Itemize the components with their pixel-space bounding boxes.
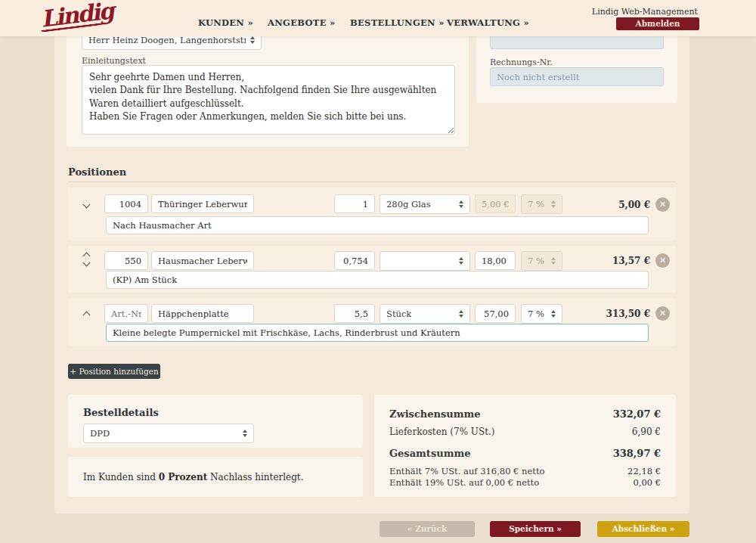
grand-total-label: Gesamtsumme	[389, 448, 470, 459]
nav-bestellungen[interactable]: BESTELLUNGEN »	[350, 17, 445, 28]
move-up-icon[interactable]	[83, 250, 90, 257]
description-input[interactable]	[106, 216, 649, 234]
invoice-panel: Rechnungs-Nr.	[476, 27, 677, 103]
price-input[interactable]	[475, 251, 516, 270]
vat-select-value: 7 %	[528, 256, 544, 266]
quantity-input[interactable]	[334, 251, 375, 270]
intro-panel: Herr Heinz Doogen, Langenhorststr. 6, 98…	[67, 27, 469, 147]
vat-select-value: 7 %	[528, 199, 544, 209]
select-updown-icon	[547, 200, 556, 208]
lindig-logo[interactable]: Lindig	[39, 0, 114, 33]
nav-verwaltung[interactable]: VERWALTUNG »	[447, 17, 529, 28]
unit-select[interactable]	[380, 251, 470, 271]
save-button[interactable]: Speichern »	[490, 521, 581, 537]
position-row: 280g Glas 7 % 5,00 € ✕	[68, 188, 676, 240]
select-updown-icon	[238, 430, 247, 437]
vat-select-value: 7 %	[528, 309, 544, 319]
select-updown-icon	[454, 257, 463, 265]
discount-note: Im Kunden sind 0 Prozent Nachlass hinter…	[83, 472, 304, 482]
shipping-cost-row: Lieferkosten (7% USt.) 6,90 €	[389, 427, 661, 437]
positions-heading: Positionen	[68, 166, 126, 178]
shipping-cost-value: 6,90 €	[632, 427, 661, 437]
invoice-label: Rechnungs-Nr.	[490, 57, 553, 67]
select-updown-icon	[547, 310, 556, 318]
price-input[interactable]	[475, 304, 516, 323]
customer-select-value: Herr Heinz Doogen, Langenhorststr. 6, 98…	[88, 35, 246, 45]
order-form-container: Herr Heinz Doogen, Langenhorststr. 6, 98…	[54, 24, 689, 514]
select-updown-icon	[454, 310, 463, 318]
move-down-icon[interactable]	[83, 201, 90, 208]
back-button[interactable]: « Zurück	[380, 521, 475, 537]
description-input[interactable]	[106, 271, 649, 289]
move-down-icon[interactable]	[83, 259, 90, 266]
select-updown-icon	[246, 36, 255, 44]
remove-row-icon[interactable]: ✕	[655, 253, 670, 268]
product-name-input[interactable]	[151, 304, 254, 323]
artnr-input[interactable]	[104, 194, 148, 213]
invoice-number-field	[490, 67, 664, 86]
description-input[interactable]	[106, 324, 649, 342]
discount-note-value: 0 Prozent	[159, 472, 208, 482]
intro-textarea[interactable]	[82, 65, 455, 135]
grand-total-value: 338,97 €	[613, 448, 661, 459]
shipping-select-value: DPD	[90, 428, 110, 439]
row-total: 5,00 €	[559, 200, 650, 210]
finish-button[interactable]: Abschließen »	[597, 521, 689, 537]
select-updown-icon	[454, 200, 463, 208]
discount-note-prefix: Im Kunden sind	[83, 472, 159, 482]
vat19-value: 0,00 €	[633, 477, 661, 488]
nav-angebote[interactable]: ANGEBOTE »	[268, 17, 336, 28]
nav-kunden[interactable]: KUNDEN »	[198, 17, 253, 28]
vat7-label: Enthält 7% USt. auf 316,80 € netto	[389, 466, 544, 476]
subtotal-label: Zwischensumme	[389, 408, 481, 420]
move-up-icon[interactable]	[83, 309, 90, 316]
shipping-select[interactable]: DPD	[83, 424, 254, 443]
vat7-row: Enthält 7% USt. auf 316,80 € netto 22,18…	[389, 466, 661, 476]
remove-row-icon[interactable]: ✕	[655, 306, 670, 321]
positions-divider	[68, 182, 676, 182]
product-name-input[interactable]	[151, 194, 254, 213]
row-total: 313,50 €	[559, 309, 650, 319]
unit-select[interactable]: Stück	[380, 304, 470, 324]
vat-select[interactable]: 7 %	[521, 304, 562, 324]
add-position-button[interactable]: + Position hinzufügen	[68, 364, 160, 379]
product-name-input[interactable]	[151, 251, 254, 270]
discount-panel: Im Kunden sind 0 Prozent Nachlass hinter…	[68, 457, 363, 497]
vat7-value: 22,18 €	[627, 466, 661, 476]
quantity-input[interactable]	[334, 304, 375, 323]
position-row: Stück 7 % 313,50 € ✕	[68, 299, 676, 346]
discount-note-suffix: Nachlass hinterlegt.	[207, 472, 303, 482]
remove-row-icon[interactable]: ✕	[655, 197, 670, 212]
row-total: 13,57 €	[559, 256, 650, 266]
subtotal-value: 332,07 €	[613, 408, 661, 420]
vat-select: 7 %	[521, 194, 562, 214]
totals-panel: Zwischensumme 332,07 € Lieferkosten (7% …	[374, 395, 676, 497]
artnr-input[interactable]	[104, 304, 148, 323]
select-updown-icon	[547, 257, 556, 265]
logout-button[interactable]: Abmelden	[616, 17, 699, 30]
subtotal-row: Zwischensumme 332,07 €	[389, 408, 661, 420]
order-details-heading: Bestelldetails	[83, 407, 159, 418]
unit-select[interactable]: 280g Glas	[380, 194, 470, 214]
management-label: Lindig Web-Management	[592, 7, 698, 17]
artnr-input[interactable]	[104, 251, 148, 270]
price-input	[475, 194, 516, 213]
position-row: 7 % 13,57 € ✕	[68, 246, 676, 293]
vat19-row: Enthält 19% USt. auf 0,00 € netto 0,00 €	[389, 477, 661, 488]
order-details-panel: Bestelldetails DPD	[68, 395, 363, 448]
vat-select: 7 %	[521, 251, 562, 271]
shipping-cost-label: Lieferkosten (7% USt.)	[389, 427, 495, 437]
app-header: Lindig KUNDEN » ANGEBOTE » BESTELLUNGEN …	[0, 0, 756, 36]
grand-total-row: Gesamtsumme 338,97 €	[389, 448, 661, 459]
unit-select-value: Stück	[386, 309, 411, 319]
vat19-label: Enthält 19% USt. auf 0,00 € netto	[389, 477, 539, 488]
quantity-input[interactable]	[334, 194, 375, 213]
unit-select-value: 280g Glas	[386, 199, 431, 209]
